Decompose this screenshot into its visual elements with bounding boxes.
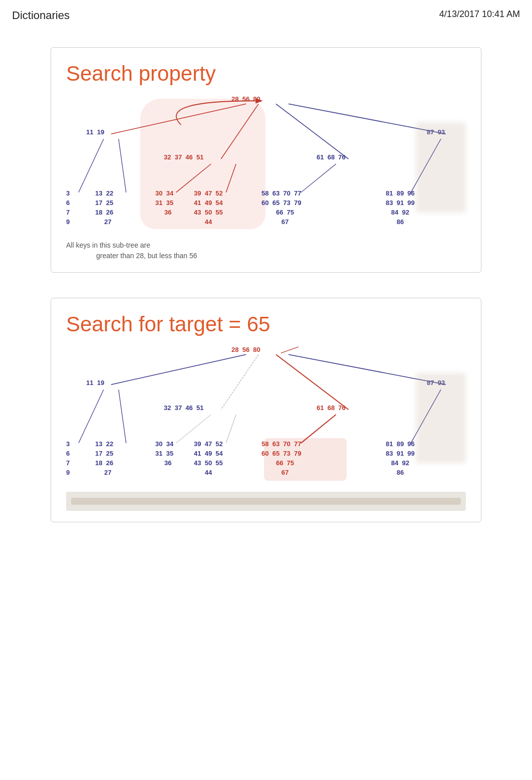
node2-l1-mid: 32 37 46 51 bbox=[164, 405, 204, 412]
svg-line-11 bbox=[221, 354, 258, 410]
node2-l2-4: 39 47 5241 49 5443 50 5544 bbox=[194, 440, 223, 477]
svg-line-4 bbox=[79, 139, 104, 192]
page-date: 4/13/2017 10:41 AM bbox=[439, 9, 520, 22]
node-l2-1: 3679 bbox=[66, 189, 70, 227]
node-l2-6: 81 89 9683 91 9984 9286 bbox=[386, 189, 415, 227]
svg-line-14 bbox=[79, 389, 104, 443]
diagram1-title: Search property bbox=[66, 62, 466, 86]
svg-line-16 bbox=[176, 415, 211, 443]
svg-line-8 bbox=[301, 164, 336, 192]
diagram1-box: Search property bbox=[51, 47, 481, 273]
node2-l2-3: 30 3431 35 36 bbox=[155, 440, 173, 468]
svg-line-10 bbox=[111, 354, 246, 384]
node2-l1-right: 61 68 76 bbox=[317, 405, 346, 412]
diagram2-bottom-bar bbox=[66, 492, 466, 511]
svg-line-15 bbox=[119, 389, 126, 443]
diagram2-box: Search for target = 65 bbox=[51, 298, 481, 522]
diagram2-tree: 28 56 80 11 19 32 37 46 51 61 68 76 87 9… bbox=[66, 345, 466, 486]
page-header: Dictionaries 4/13/2017 10:41 AM bbox=[0, 0, 532, 27]
blur-right bbox=[416, 373, 466, 463]
node-l1-right: 61 68 76 bbox=[317, 154, 346, 161]
page-title: Dictionaries bbox=[12, 9, 70, 22]
node-l2-2: 13 2217 2518 26 27 bbox=[95, 189, 113, 227]
svg-line-17 bbox=[226, 415, 236, 443]
node-l2-5: 58 63 70 7760 65 73 79 66 75 67 bbox=[261, 189, 302, 227]
node2-l2-5: 58 63 70 7760 65 73 79 66 75 67 bbox=[261, 440, 302, 477]
node2-l2-2: 13 2217 2518 26 27 bbox=[95, 440, 113, 477]
diagram1-caption: All keys in this sub-tree are greater th… bbox=[66, 240, 466, 261]
diagram1-tree: 28 56 80 11 19 32 37 46 51 61 68 76 87 9… bbox=[66, 95, 466, 235]
svg-line-2 bbox=[276, 104, 349, 159]
node-l2-4: 39 47 5241 49 5443 50 5544 bbox=[194, 189, 223, 227]
node2-l1-left: 11 19 bbox=[86, 379, 104, 386]
node2-l2-6: 81 89 9683 91 9984 9286 bbox=[386, 440, 415, 477]
node-l1-left: 11 19 bbox=[86, 129, 104, 136]
node-l1-mid: 32 37 46 51 bbox=[164, 154, 204, 161]
node2-l2-1: 3679 bbox=[66, 440, 70, 477]
diagram2-title: Search for target = 65 bbox=[66, 312, 466, 336]
node-l2-3: 30 3431 35 36 bbox=[155, 189, 173, 218]
svg-line-5 bbox=[119, 139, 126, 192]
node-root: 28 56 80 bbox=[231, 96, 260, 103]
svg-line-12 bbox=[276, 354, 349, 410]
node2-root: 28 56 80 bbox=[231, 346, 260, 353]
